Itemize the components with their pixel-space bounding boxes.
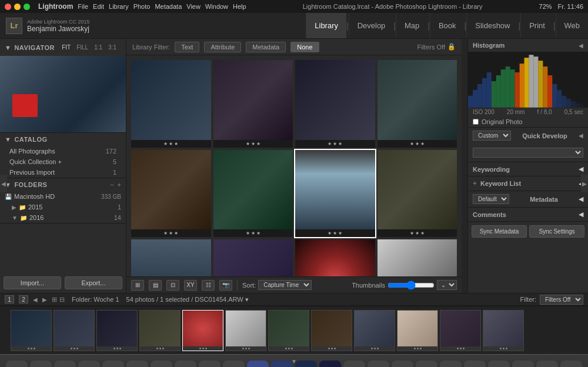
grid-view-btn[interactable]: ⊞ — [131, 280, 144, 291]
tab-print[interactable]: Print — [520, 13, 553, 38]
export-button[interactable]: Export... — [65, 276, 122, 289]
folders-header[interactable]: ▼ Folders − + — [0, 178, 126, 191]
camera-btn[interactable]: 📷 — [219, 280, 232, 291]
filmstrip-thumb-0[interactable] — [11, 310, 52, 351]
tab-slideshow[interactable]: Slideshow — [466, 13, 518, 38]
dock-mail[interactable]: ✉️ — [78, 361, 100, 368]
filmstrip-thumb-10[interactable] — [440, 310, 481, 351]
dock-bridge[interactable]: Br — [295, 361, 317, 368]
menu-help[interactable]: Help — [233, 3, 246, 10]
dock-twitter[interactable]: 🐦 — [343, 361, 365, 368]
filmstrip-thumb-3[interactable] — [139, 310, 181, 351]
dock-books[interactable]: 📚 — [488, 361, 510, 368]
filmstrip-filter-select[interactable]: Filters Off — [540, 295, 583, 305]
fill-btn[interactable]: FILL — [76, 44, 88, 51]
photo-cell-11[interactable] — [295, 239, 375, 276]
menu-window[interactable]: Window — [205, 3, 228, 10]
import-button[interactable]: Import... — [4, 276, 61, 289]
folder-2016[interactable]: ▼ 📁 2016 14 — [0, 212, 126, 223]
grid-icon-lg[interactable]: ⊟ — [59, 296, 65, 303]
filmstrip-thumb-7[interactable] — [311, 310, 352, 351]
dock-music[interactable]: 🎵 — [464, 361, 486, 368]
menu-metadata[interactable]: Metadata — [155, 3, 182, 10]
photo-cell-1[interactable]: ★★★ — [131, 60, 211, 148]
photo-cell-3[interactable]: ★★★ — [295, 60, 375, 148]
folder-hdd-item[interactable]: 💾 Macintosh HD 333 GB — [0, 191, 126, 202]
dock-presentation[interactable]: 🖥️ — [440, 361, 462, 368]
filmstrip-prev-arrow[interactable]: ◀ — [33, 296, 38, 303]
compare-view-btn[interactable]: ⊡ — [166, 280, 179, 291]
filmstrip-thumb-6[interactable] — [268, 310, 309, 351]
dock-files[interactable]: 📁 — [102, 361, 124, 368]
menu-edit[interactable]: Edit — [93, 3, 104, 10]
filmstrip-thumb-1[interactable] — [54, 310, 95, 351]
close-button[interactable] — [5, 4, 11, 10]
tab-library[interactable]: Library — [306, 13, 346, 38]
dock-safari[interactable]: 🧭 — [54, 361, 76, 368]
sort-select[interactable]: Capture Time — [258, 280, 312, 290]
keyword-list-header[interactable]: + Keyword List ◀ — [468, 176, 588, 191]
filter-tab-attribute[interactable]: Attribute — [204, 42, 241, 52]
qd-preset-select[interactable] — [473, 148, 583, 158]
dock-photos[interactable]: 🖼️ — [392, 361, 413, 368]
ratio-1-1-btn[interactable]: 1:1 — [94, 44, 102, 51]
photo-cell-5[interactable]: ★★★ — [131, 150, 211, 238]
filmstrip-thumb-11[interactable] — [483, 310, 524, 351]
quick-collection-item[interactable]: Quick Collection + 5 — [0, 156, 126, 167]
filmstrip-thumb-8[interactable] — [354, 310, 395, 351]
original-photo-checkbox[interactable] — [473, 119, 479, 125]
navigator-header[interactable]: ▼ Navigator FIT FILL 1:1 3:1 — [0, 39, 126, 56]
menu-view[interactable]: View — [186, 3, 201, 10]
filmstrip-thumb-4[interactable] — [182, 310, 223, 351]
filter-tab-metadata[interactable]: Metadata — [246, 42, 286, 52]
filter-tab-text[interactable]: Text — [175, 42, 199, 52]
menu-library[interactable]: Library — [109, 3, 129, 10]
dock-messages[interactable]: 💬 — [223, 361, 245, 368]
tab-web[interactable]: Web — [556, 13, 589, 38]
photo-cell-9[interactable] — [131, 239, 211, 276]
tab-map[interactable]: Map — [396, 13, 427, 38]
quick-develop-header[interactable]: Custom Quick Develop ◀ — [468, 128, 588, 144]
photo-cell-12[interactable] — [377, 239, 457, 276]
photo-cell-10[interactable] — [213, 239, 293, 276]
dock-settings[interactable]: ⚙️ — [151, 361, 172, 368]
thumbnails-dropdown[interactable]: ⌄ — [437, 280, 457, 290]
dock-system-prefs[interactable]: ⚙️ — [536, 361, 558, 368]
catalog-header[interactable]: ▼ Catalog — [0, 133, 126, 146]
menu-photo[interactable]: Photo — [133, 3, 151, 10]
folders-plus-btn[interactable]: + — [118, 181, 121, 188]
maximize-button[interactable] — [24, 4, 30, 10]
survey-view-btn[interactable]: ☷ — [202, 280, 215, 291]
filter-tab-none[interactable]: None — [290, 42, 319, 52]
ratio-3-1-btn[interactable]: 3:1 — [108, 44, 116, 51]
sync-settings-button[interactable]: Sync Settings — [529, 225, 584, 238]
quick-develop-preset-select[interactable]: Custom — [473, 131, 511, 141]
keyword-list-plus[interactable]: + — [473, 179, 477, 188]
folder-2015[interactable]: ▶ 📁 2015 1 — [0, 202, 126, 212]
dock-lightroom[interactable]: Lr — [247, 361, 269, 368]
photo-cell-6[interactable]: ★★★ — [213, 150, 293, 238]
menu-file[interactable]: File — [78, 3, 88, 10]
dock-finder[interactable]: 🔵 — [6, 361, 28, 368]
dock-premiere[interactable]: Pr — [319, 361, 341, 368]
folders-minus-btn[interactable]: − — [110, 181, 113, 188]
tab-book[interactable]: Book — [430, 13, 465, 38]
histogram-header[interactable]: Histogram ◀ — [468, 39, 588, 52]
dock-chrome[interactable]: 🌐 — [175, 361, 196, 368]
photo-cell-7[interactable]: ★★★ — [295, 150, 375, 238]
filmstrip-thumb-2[interactable] — [96, 310, 138, 351]
dock-appstore[interactable]: 🅰️ — [512, 361, 534, 368]
dock-video[interactable]: 🎥 — [368, 361, 389, 368]
filmstrip-thumb-5[interactable] — [225, 310, 266, 351]
scroll-bar[interactable] — [462, 39, 467, 293]
xy-view-btn[interactable]: XY — [184, 280, 197, 291]
filmstrip-next-arrow[interactable]: ▶ — [42, 296, 47, 303]
dock-charts[interactable]: 📊 — [416, 361, 437, 368]
comments-header[interactable]: Comments ◀ — [468, 208, 588, 222]
page-2-btn[interactable]: 2 — [19, 295, 28, 303]
dock-trash[interactable]: 🗑️ — [560, 361, 582, 368]
photo-cell-8[interactable]: ★★★ — [377, 150, 457, 238]
dock-calendar[interactable]: 📅 — [126, 361, 148, 368]
keywording-header[interactable]: Keywording ◀ — [468, 162, 588, 176]
photo-cell-2[interactable]: ★★★ — [213, 60, 293, 148]
